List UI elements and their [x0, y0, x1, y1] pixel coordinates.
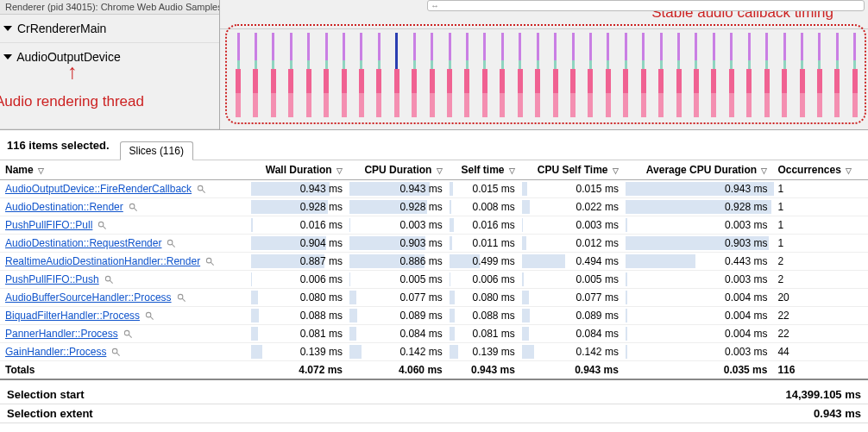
- thread-crrenderermain[interactable]: CrRendererMain: [0, 15, 219, 43]
- magnify-icon[interactable]: [123, 328, 133, 340]
- magnify-icon[interactable]: [205, 255, 215, 267]
- svg-line-17: [129, 335, 131, 338]
- slice-name[interactable]: AudioOutputDevice::FireRenderCallback: [0, 180, 249, 198]
- tab-slices[interactable]: Slices (116): [120, 141, 193, 160]
- totals-row: Totals4.072 ms4.060 ms0.943 ms0.943 ms0.…: [0, 361, 868, 380]
- magnify-icon[interactable]: [145, 310, 154, 322]
- svg-point-0: [198, 186, 203, 191]
- svg-line-7: [173, 245, 175, 247]
- table-row[interactable]: AudioOutputDevice::FireRenderCallback0.9…: [0, 180, 868, 198]
- selection-bar: 116 items selected. Slices (116): [0, 130, 868, 160]
- table-row[interactable]: GainHandler::Process0.139 ms0.142 ms0.13…: [0, 343, 868, 361]
- slice-name[interactable]: PannerHandler::Process: [0, 325, 249, 343]
- col-wall[interactable]: Wall Duration ▽: [249, 160, 348, 180]
- magnify-icon[interactable]: [167, 237, 176, 249]
- slices-table: Name ▽ Wall Duration ▽ CPU Duration ▽ Se…: [0, 160, 868, 380]
- col-cpu[interactable]: CPU Duration ▽: [348, 160, 448, 180]
- thread-audiooutputdevice[interactable]: AudioOutputDevice ↑ Audio rendering thre…: [0, 43, 219, 129]
- selection-count: 116 items selected.: [7, 139, 110, 152]
- table-row[interactable]: AudioDestination::RequestRender0.904 ms0…: [0, 235, 868, 253]
- svg-point-16: [124, 331, 129, 336]
- table-row[interactable]: PannerHandler::Process0.081 ms0.084 ms0.…: [0, 325, 868, 343]
- slice-name[interactable]: PushPullFIFO::Pull: [0, 216, 249, 235]
- magnify-icon[interactable]: [104, 273, 114, 285]
- svg-line-3: [134, 209, 136, 211]
- slice-name[interactable]: AudioDestination::Render: [0, 198, 249, 216]
- chevron-down-icon: [3, 54, 12, 59]
- table-row[interactable]: PushPullFIFO::Pull0.016 ms0.003 ms0.016 …: [0, 216, 868, 235]
- arrow-up-icon: ↑: [67, 67, 78, 76]
- selection-info-table: Selection start14,399.105 msSelection ex…: [0, 385, 868, 423]
- col-avg[interactable]: Average CPU Duration ▽: [624, 160, 773, 180]
- slice-name[interactable]: RealtimeAudioDestinationHandler::Render: [0, 253, 249, 271]
- svg-line-13: [182, 299, 185, 302]
- col-self[interactable]: Self time ▽: [448, 160, 520, 180]
- trace-stripes: [236, 33, 858, 117]
- table-row[interactable]: RealtimeAudioDestinationHandler::Render0…: [0, 253, 868, 271]
- process-title: Renderer (pid 34015): Chrome Web Audio S…: [5, 2, 219, 12]
- table-row[interactable]: BiquadFilterHandler::Process0.088 ms0.08…: [0, 307, 868, 325]
- svg-point-4: [99, 222, 104, 228]
- svg-line-15: [150, 317, 153, 320]
- slice-name[interactable]: AudioDestination::RequestRender: [0, 235, 249, 253]
- col-name[interactable]: Name ▽: [0, 160, 249, 180]
- svg-point-10: [105, 277, 110, 282]
- trace-timeline[interactable]: ↔ Stable audio callback timing: [220, 0, 868, 129]
- magnify-icon[interactable]: [97, 219, 107, 231]
- table-row[interactable]: PushPullFIFO::Push0.006 ms0.005 ms0.006 …: [0, 271, 868, 289]
- table-header-row: Name ▽ Wall Duration ▽ CPU Duration ▽ Se…: [0, 160, 868, 180]
- expand-icon[interactable]: ↔: [427, 0, 865, 11]
- svg-point-14: [146, 313, 151, 318]
- col-occ[interactable]: Occurrences ▽: [772, 160, 868, 180]
- svg-point-18: [113, 349, 118, 354]
- svg-line-9: [211, 263, 213, 266]
- svg-line-5: [104, 227, 106, 229]
- selection-info-row: Selection start14,399.105 ms: [0, 385, 868, 404]
- selection-info-row: Selection extent0.943 ms: [0, 404, 868, 423]
- magnify-icon[interactable]: [129, 201, 138, 213]
- svg-point-12: [178, 295, 183, 300]
- slice-name[interactable]: BiquadFilterHandler::Process: [0, 307, 249, 325]
- thread-name: CrRendererMain: [17, 22, 106, 35]
- table-row[interactable]: AudioDestination::Render0.928 ms0.928 ms…: [0, 198, 868, 216]
- svg-point-6: [168, 241, 173, 246]
- svg-line-1: [202, 191, 204, 193]
- slice-name[interactable]: AudioBufferSourceHandler::Process: [0, 289, 249, 307]
- process-header[interactable]: Renderer (pid 34015): Chrome Web Audio S…: [0, 0, 219, 15]
- svg-line-19: [117, 354, 120, 356]
- chevron-down-icon: [3, 26, 12, 31]
- svg-point-2: [129, 204, 135, 210]
- col-cpuself[interactable]: CPU Self Time ▽: [520, 160, 624, 180]
- slice-name[interactable]: GainHandler::Process: [0, 343, 249, 361]
- slice-name[interactable]: PushPullFIFO::Push: [0, 271, 249, 289]
- magnify-icon[interactable]: [177, 291, 186, 304]
- magnify-icon[interactable]: [197, 183, 206, 195]
- thread-list: Renderer (pid 34015): Chrome Web Audio S…: [0, 0, 220, 129]
- svg-point-8: [207, 259, 212, 264]
- svg-line-11: [110, 281, 112, 284]
- annotation-render-thread: Audio rendering thread: [0, 93, 144, 110]
- magnify-icon[interactable]: [111, 346, 121, 358]
- table-row[interactable]: AudioBufferSourceHandler::Process0.080 m…: [0, 289, 868, 307]
